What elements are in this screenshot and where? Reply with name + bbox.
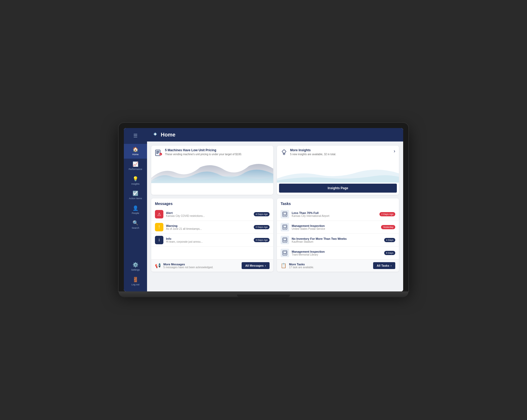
menu-icon[interactable]: ☰ <box>131 131 140 141</box>
message-alert-badge: 4 Days Ago <box>254 212 270 216</box>
sidebar-item-settings-label: Settings <box>131 268 140 271</box>
svg-rect-20 <box>283 238 286 241</box>
task-no-inventory-content: No Inventory For More Than Two Weeks Kau… <box>292 237 382 243</box>
task-item-management-inspection-2[interactable]: Management Inspection Trant Memorial Lib… <box>277 247 399 259</box>
message-item-alert[interactable]: ⚠ Alert Kansas City COVID restrictions..… <box>151 208 273 221</box>
svg-rect-0 <box>155 150 160 156</box>
svg-rect-16 <box>283 226 286 228</box>
sidebar: ☰ 🏠 Home 📈 Performance 💡 Insights ☑️ Act… <box>124 128 147 291</box>
insights-header-left: More Insights 5 new insights are availab… <box>281 148 391 157</box>
tasks-footer-text: More Tasks 17 task are available. <box>289 263 370 269</box>
sidebar-item-logout[interactable]: 🚪 Log out <box>124 274 147 289</box>
tasks-footer-title: More Tasks <box>289 263 370 266</box>
insights-chart <box>277 159 399 183</box>
tasks-footer-icon: 📋 <box>281 263 286 268</box>
task-no-inventory-title: No Inventory For More Than Two Weeks <box>292 237 382 240</box>
tasks-list: Less Than 70% Full Kansas City Internati… <box>277 208 399 259</box>
sidebar-item-performance[interactable]: 📈 Performance <box>124 159 147 173</box>
svg-rect-2 <box>156 152 159 153</box>
insights-bulb-icon <box>281 149 287 157</box>
svg-rect-12 <box>283 213 286 215</box>
sidebar-item-home-label: Home <box>132 153 139 156</box>
task-inspection2-subtitle: Trant Memorial Library <box>292 253 382 256</box>
sidebar-item-settings[interactable]: ⚙️ Settings <box>124 259 147 274</box>
task-inspection-icon <box>281 223 289 231</box>
settings-icon: ⚙️ <box>133 262 138 268</box>
task-machine-icon <box>281 210 289 218</box>
search-icon: 🔍 <box>133 220 138 226</box>
sidebar-item-performance-label: Performance <box>129 168 142 171</box>
message-alert-title: Alert <box>166 211 251 214</box>
svg-rect-1 <box>156 151 159 152</box>
sidebar-item-search[interactable]: 🔍 Search <box>124 217 147 232</box>
bottom-section: Messages ⚠ Alert Kansas City COVID restr… <box>151 198 399 272</box>
svg-point-6 <box>282 150 286 153</box>
task-low-full-badge: 2 Days Ago <box>379 212 395 216</box>
svg-point-22 <box>285 241 286 242</box>
task-item-no-inventory[interactable]: No Inventory For More Than Two Weeks Kau… <box>277 234 399 247</box>
task-inspection-subtitle: United States Postal Service <box>292 227 378 230</box>
insights-card-header: More Insights 5 new insights are availab… <box>277 146 399 159</box>
content-area: ! 5 Machines Have Low Unit Pricing These… <box>147 141 403 291</box>
message-warning-subtitle: As of June 21 all timestamps... <box>166 227 251 230</box>
svg-point-14 <box>285 215 286 216</box>
task-item-low-full[interactable]: Less Than 70% Full Kansas City Internati… <box>277 208 399 221</box>
svg-text:!: ! <box>160 153 161 156</box>
task-inspection-content: Management Inspection United States Post… <box>292 224 378 230</box>
insights-chevron-icon[interactable]: › <box>394 148 395 154</box>
message-alert-subtitle: Kansas City COVID restrictions... <box>166 214 251 217</box>
task-inspection2-content: Management Inspection Trant Memorial Lib… <box>292 250 382 256</box>
people-icon: 👤 <box>133 205 138 211</box>
task-low-full-title: Less Than 70% Full <box>292 211 377 214</box>
page-title: Home <box>161 132 175 138</box>
all-tasks-button[interactable]: All Tasks › <box>373 262 395 269</box>
svg-point-26 <box>285 254 286 255</box>
message-item-warning[interactable]: ! Warning As of June 21 all timestamps..… <box>151 221 273 234</box>
sidebar-item-insights-label: Insights <box>131 183 139 185</box>
svg-point-25 <box>284 254 285 255</box>
task-inspection2-icon <box>281 249 289 257</box>
header: Home <box>147 128 403 141</box>
tasks-section-title: Tasks <box>277 198 399 208</box>
insights-card: More Insights 5 new insights are availab… <box>277 146 399 195</box>
low-pricing-title: 5 Machines Have Low Unit Pricing <box>165 148 242 152</box>
all-messages-button[interactable]: All Messages › <box>242 262 270 269</box>
task-inventory-icon <box>281 236 289 244</box>
sidebar-item-home[interactable]: 🏠 Home <box>124 144 147 159</box>
main-area: Home <box>147 128 403 291</box>
home-icon: 🏠 <box>133 146 138 152</box>
insights-subtitle: 5 new insights are available, 32 in tota… <box>290 153 336 156</box>
sidebar-item-logout-label: Log out <box>131 283 139 286</box>
task-no-inventory-subtitle: Kauffman Stadium <box>292 240 382 243</box>
message-alert-content: Alert Kansas City COVID restrictions... <box>166 211 251 217</box>
laptop-base <box>119 291 408 297</box>
low-pricing-subtitle: These vending machine's unit pricing is … <box>165 153 242 156</box>
top-cards-row: ! 5 Machines Have Low Unit Pricing These… <box>151 146 399 195</box>
messages-footer: 📢 More Messages 5 messages have not been… <box>151 259 273 272</box>
task-inspection2-badge: 8 Days <box>384 251 395 255</box>
warning-icon: ! <box>155 223 163 231</box>
sidebar-item-insights[interactable]: 💡 Insights <box>124 173 147 188</box>
messages-card: Messages ⚠ Alert Kansas City COVID restr… <box>151 198 273 272</box>
task-item-management-inspection[interactable]: Management Inspection United States Post… <box>277 221 399 234</box>
svg-point-18 <box>285 228 286 229</box>
insights-icon: 💡 <box>133 176 138 182</box>
logout-icon: 🚪 <box>133 277 138 282</box>
performance-icon: 📈 <box>133 161 138 167</box>
tasks-footer: 📋 More Tasks 17 task are available. All … <box>277 259 399 272</box>
brand-logo <box>152 131 158 138</box>
message-warning-title: Warning <box>166 224 251 227</box>
message-info-subtitle: Hi team, corporate just annou... <box>166 240 251 243</box>
message-warning-content: Warning As of June 21 all timestamps... <box>166 224 251 230</box>
svg-rect-3 <box>156 153 158 154</box>
message-info-content: Info Hi team, corporate just annou... <box>166 237 251 243</box>
insights-page-button[interactable]: Insights Page <box>279 184 397 193</box>
sidebar-item-action-items[interactable]: ☑️ Action Items <box>124 188 147 203</box>
all-messages-chevron-icon: › <box>265 264 266 267</box>
message-item-info[interactable]: i Info Hi team, corporate just annou... … <box>151 234 273 247</box>
svg-point-17 <box>284 228 285 229</box>
message-warning-badge: 2 Days Ago <box>254 225 270 229</box>
sidebar-item-people[interactable]: 👤 People <box>124 203 147 217</box>
svg-rect-24 <box>283 251 286 253</box>
message-info-badge: 3 Days Ago <box>254 238 270 242</box>
